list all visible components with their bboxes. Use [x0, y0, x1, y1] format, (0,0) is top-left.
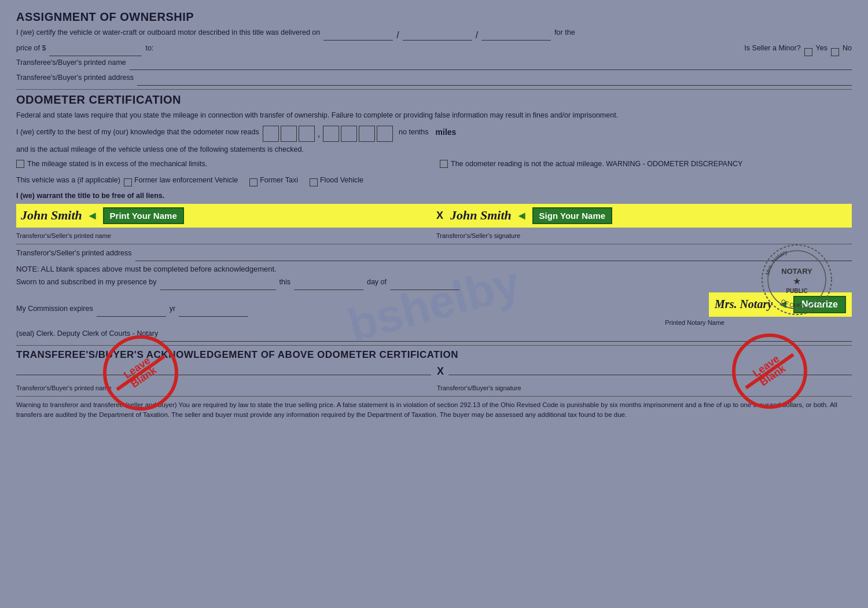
- this-text: this: [279, 277, 290, 288]
- x-marker-signature: X: [436, 210, 443, 222]
- seller-signature-sublabel: Transferor's/Seller's signature: [436, 232, 520, 239]
- warrant-title-label: I (we) warrant the title to be free of a…: [16, 191, 852, 202]
- seller-sublabels-row: Transferor's/Seller's printed name Trans…: [16, 230, 852, 240]
- assignment-intro-text: I (we) certify the vehicle or water-craf…: [16, 27, 320, 38]
- former-taxi-label: Former Taxi: [260, 175, 298, 186]
- commission-line: [97, 309, 166, 317]
- seller-signature-sublabel-container: Transferor's/Seller's signature: [436, 230, 852, 240]
- odometer-reads-text: I (we) certify to the best of my (our) k…: [16, 127, 259, 138]
- leave-blank-circle-1: Leave Blank: [100, 332, 181, 416]
- date-field: [323, 32, 393, 41]
- print-your-name-label: Print Your Name: [103, 207, 184, 224]
- leave-blank-svg-2: Leave Blank: [729, 331, 810, 412]
- seller-signature-value: John Smith: [450, 208, 512, 223]
- odometer-box-1: [263, 126, 279, 142]
- former-law-checkbox[interactable]: [124, 178, 132, 186]
- commission-notarize-row: My Commission expires yr Mrs. Notary ◄ N…: [16, 292, 852, 317]
- sign-your-name-label: Sign Your Name: [532, 207, 612, 224]
- leave-blank-svg-1: Leave Blank: [100, 332, 181, 413]
- printed-notary-name-sublabel: Printed Notary Name: [665, 319, 724, 326]
- buyer-ack-name-sublabel-container: Transferor's/Buyer's printed name: [16, 382, 431, 393]
- mileage-excess-group: The mileage stated is in excess of the m…: [16, 159, 428, 172]
- notary-section-wrapper: Mrs. Notary NOTARY ★ PUBLIC OF OHIO: [16, 248, 852, 342]
- yr-label: yr: [170, 303, 175, 314]
- seller-printed-name-sublabel: Transferor's/Seller's printed name: [16, 232, 111, 239]
- notary-stamp-star: ★: [793, 276, 801, 286]
- odometer-discrepancy-group: The odometer reading is not the actual m…: [440, 159, 852, 172]
- odometer-discrepancy-label: The odometer reading is not the actual m…: [451, 159, 742, 170]
- odometer-reading-row: I (we) certify to the best of my (our) k…: [16, 126, 852, 142]
- odometer-box-2: [281, 126, 297, 142]
- former-taxi-option: Former Taxi: [249, 175, 298, 188]
- miles-label: miles: [436, 126, 457, 138]
- buyer-address-row: Transferee's/Buyer's printed address: [16, 72, 852, 86]
- former-taxi-checkbox[interactable]: [249, 178, 258, 186]
- sworn-name-line: [160, 282, 276, 290]
- odometer-box-6: [359, 126, 375, 142]
- seller-printed-name-sublabel-container: Transferor's/Seller's printed name: [16, 230, 432, 240]
- sworn-text: Sworn to and subscribed in my presence b…: [16, 277, 157, 288]
- yr-line: [179, 309, 248, 317]
- delivery-row: I (we) certify the vehicle or water-craf…: [16, 27, 852, 41]
- odometer-boxes-group: ,: [263, 126, 393, 142]
- former-law-option: Former law enforcement Vehicle: [124, 175, 238, 188]
- divider2: [16, 244, 852, 244]
- seller-printed-name-value: John Smith: [21, 208, 82, 223]
- note-text: NOTE: ALL blank spaces above must be com…: [16, 263, 852, 275]
- to-label: to:: [145, 43, 153, 54]
- buyer-address-label: Transferee's/Buyer's printed address: [16, 72, 134, 83]
- vehicle-options-group: Former law enforcement Vehicle Former Ta…: [124, 175, 363, 188]
- assignment-title: ASSIGNMENT OF OWNERSHIP: [16, 10, 852, 24]
- flood-vehicle-option: Flood Vehicle: [310, 175, 363, 188]
- buyer-name-leave-blank-section: Leave Blank: [16, 367, 431, 375]
- price-label: price of $: [16, 43, 46, 54]
- leave-blank-circle-2: Leave Blank: [729, 331, 810, 414]
- notary-stamp-text-notary: NOTARY: [781, 267, 812, 276]
- no-tenths-label: no tenths: [399, 127, 428, 138]
- odometer-title: ODOMETER CERTIFICATION: [16, 93, 852, 107]
- flood-vehicle-checkbox[interactable]: [310, 178, 318, 186]
- mileage-excess-label: The mileage stated is in excess of the m…: [27, 159, 207, 170]
- yes-checkbox[interactable]: [804, 48, 812, 56]
- vehicle-options-row: This vehicle was a (if applicable) Forme…: [16, 175, 852, 188]
- date-year-field: [481, 32, 551, 41]
- odometer-text2: and is the actual mileage of the vehicle…: [16, 144, 852, 155]
- notary-stamp-svg: Mrs. Notary NOTARY ★ PUBLIC OF OHIO: [759, 242, 834, 317]
- name-signature-highlight-row: John Smith ◄ Print Your Name X John Smit…: [16, 204, 852, 228]
- buyer-ack-sig-sublabel: Transferor's/Buyer's signature: [437, 384, 521, 391]
- svg-text:OF OHIO: OF OHIO: [780, 298, 804, 309]
- buyer-name-label: Transferee's/Buyer's printed name: [16, 57, 126, 68]
- vehicle-was-label: This vehicle was a (if applicable): [16, 175, 120, 186]
- buyer-name-line: [130, 62, 852, 70]
- notary-stamp-text-public: PUBLIC: [786, 288, 807, 294]
- print-arrow-icon: ◄: [87, 209, 98, 222]
- day-of-text: day of: [367, 277, 387, 288]
- buyer-ack-name-line: [16, 367, 431, 375]
- no-label: No: [843, 43, 852, 54]
- odometer-box-4: [323, 126, 339, 142]
- acknowledgement-form-row: Leave Blank X Leave Blank: [16, 365, 852, 378]
- seller-address-label: Transferor's/Seller's printed address: [16, 248, 132, 259]
- mileage-excess-checkbox[interactable]: [16, 160, 24, 168]
- odometer-comma: ,: [318, 129, 320, 139]
- buyer-sig-leave-blank-section: X Leave Blank: [437, 365, 852, 378]
- buyer-ack-name-sublabel: Transferor's/Buyer's printed name: [16, 384, 112, 391]
- sign-arrow-icon: ◄: [516, 209, 528, 222]
- odometer-box-5: [341, 126, 357, 142]
- odometer-discrepancy-checkbox[interactable]: [440, 160, 448, 168]
- odometer-box-3: [299, 126, 315, 142]
- no-checkbox[interactable]: [831, 48, 839, 56]
- seller-name-section: John Smith ◄ Print Your Name: [21, 207, 432, 224]
- day-line: [294, 282, 363, 290]
- seller-address-line: [135, 253, 852, 261]
- yes-label: Yes: [816, 43, 827, 54]
- commission-text: My Commission expires: [16, 303, 93, 314]
- divider1: [16, 89, 852, 90]
- price-field: [49, 48, 142, 56]
- seller-address-row: Transferor's/Seller's printed address: [16, 248, 852, 261]
- sworn-row: Sworn to and subscribed in my presence b…: [16, 277, 852, 290]
- no-tenths-group: no tenths: [399, 127, 428, 140]
- date-month-field: [403, 32, 472, 41]
- seller-signature-section: X John Smith ◄ Sign Your Name: [436, 207, 847, 224]
- former-law-label: Former law enforcement Vehicle: [134, 175, 238, 186]
